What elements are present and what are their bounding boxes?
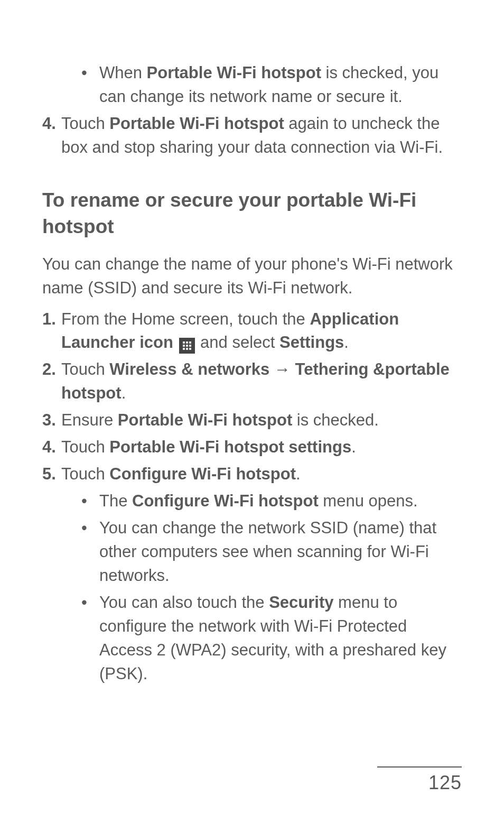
text-bold: Settings: [279, 333, 344, 352]
svg-rect-8: [189, 348, 191, 350]
svg-rect-4: [186, 345, 188, 347]
text: Touch: [61, 360, 109, 378]
rename-steps: 1. From the Home screen, touch the Appli…: [42, 308, 462, 686]
text-bold: Portable Wi-Fi hotspot: [109, 114, 284, 133]
step-number: 4.: [42, 436, 56, 459]
text: is checked.: [292, 411, 379, 429]
svg-rect-2: [189, 341, 191, 344]
text: .: [296, 465, 301, 483]
svg-rect-0: [183, 341, 185, 344]
step-number: 2.: [42, 358, 56, 382]
text: Touch: [61, 114, 109, 133]
text: When: [99, 63, 147, 82]
step-1: 1. From the Home screen, touch the Appli…: [42, 308, 462, 355]
text: [173, 333, 178, 352]
text-bold: Wireless & networks: [109, 360, 269, 378]
page-footer: 125: [377, 766, 462, 794]
text: From the Home screen, touch the: [61, 310, 310, 328]
bullet-security-menu: You can also touch the Security menu to …: [61, 591, 462, 686]
bullet-when-checked: When Portable Wi-Fi hotspot is checked, …: [61, 61, 462, 109]
text-bold: Portable Wi-Fi hotspot: [147, 63, 321, 82]
text: menu opens.: [319, 492, 418, 510]
step-number: 1.: [42, 308, 56, 331]
intro-paragraph: You can change the name of your phone's …: [42, 253, 462, 300]
svg-rect-5: [189, 345, 191, 347]
step-4-uncheck: 4. Touch Portable Wi-Fi hotspot again to…: [42, 112, 462, 160]
footer-divider: [377, 766, 462, 767]
text: and select: [196, 333, 280, 352]
manual-page: When Portable Wi-Fi hotspot is checked, …: [0, 0, 504, 823]
bullet-change-ssid: You can change the network SSID (name) t…: [61, 516, 462, 588]
step-number: 3.: [42, 409, 56, 432]
text: .: [122, 384, 126, 402]
step-number: 4.: [42, 112, 56, 136]
text: You can also touch the: [99, 593, 269, 612]
text: .: [344, 333, 349, 352]
step-number: 5.: [42, 463, 56, 486]
page-number: 125: [377, 772, 462, 794]
step-2: 2. Touch Wireless & networks → Tethering…: [42, 358, 462, 405]
text-bold: Security: [269, 593, 333, 612]
heading-rename-secure: To rename or secure your portable Wi-Fi …: [42, 187, 462, 240]
text-bold: Configure Wi-Fi hotspot: [132, 492, 319, 510]
svg-rect-1: [186, 341, 188, 344]
text: You can change the network SSID (name) t…: [99, 519, 436, 585]
step-4: 4. Touch Portable Wi-Fi hotspot settings…: [42, 436, 462, 459]
text-bold: Portable Wi-Fi hotspot: [118, 411, 292, 429]
text-bold: Portable Wi-Fi hotspot settings: [109, 438, 351, 456]
svg-rect-3: [183, 345, 185, 347]
section1-steps: 4. Touch Portable Wi-Fi hotspot again to…: [42, 112, 462, 160]
text-bold: Configure Wi-Fi hotspot: [109, 465, 296, 483]
step-5: 5. Touch Configure Wi-Fi hotspot. The Co…: [42, 463, 462, 686]
svg-rect-6: [183, 348, 185, 350]
bullet-menu-opens: The Configure Wi-Fi hotspot menu opens.: [61, 489, 462, 513]
svg-rect-7: [186, 348, 188, 350]
step-5-sub-bullets: The Configure Wi-Fi hotspot menu opens. …: [61, 489, 462, 686]
text: Ensure: [61, 411, 118, 429]
app-launcher-icon: [179, 338, 195, 354]
step-3: 3. Ensure Portable Wi-Fi hotspot is chec…: [42, 409, 462, 432]
text: →: [269, 360, 295, 378]
text: Touch: [61, 465, 109, 483]
section1-bullets: When Portable Wi-Fi hotspot is checked, …: [61, 61, 462, 109]
text: Touch: [61, 438, 109, 456]
text: The: [99, 492, 132, 510]
text: .: [351, 438, 356, 456]
